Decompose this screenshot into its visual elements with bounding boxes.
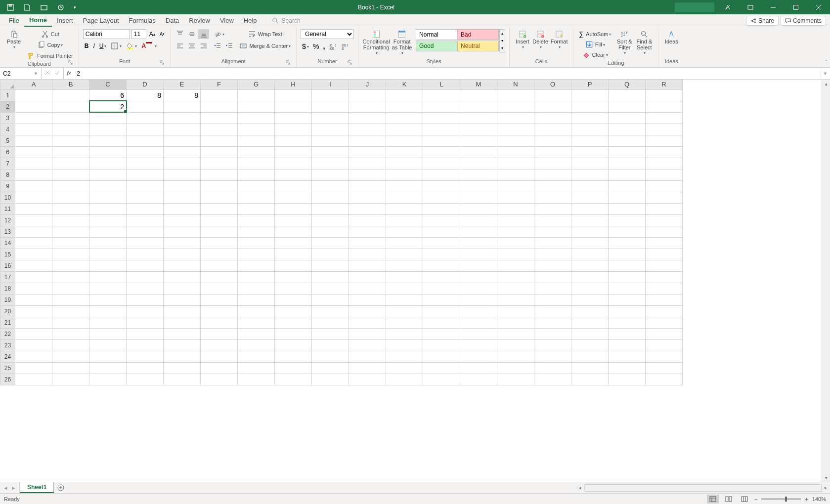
cell[interactable]	[275, 294, 312, 305]
cell[interactable]	[534, 112, 571, 124]
cell[interactable]	[386, 237, 423, 249]
cell[interactable]	[275, 89, 312, 101]
row-header[interactable]: 26	[0, 374, 15, 385]
cell[interactable]	[349, 226, 386, 237]
cell[interactable]	[238, 374, 275, 385]
cell[interactable]	[201, 328, 238, 339]
cell[interactable]	[164, 214, 201, 226]
insert-cells-button[interactable]: Insert▾	[514, 29, 531, 50]
cell[interactable]	[609, 158, 646, 169]
cell[interactable]	[386, 260, 423, 271]
ideas-button[interactable]: Ideas	[662, 29, 680, 45]
cell[interactable]	[164, 328, 201, 339]
cell[interactable]	[312, 203, 349, 214]
cell[interactable]	[312, 271, 349, 283]
cell[interactable]	[164, 339, 201, 351]
cell[interactable]	[312, 146, 349, 158]
cell[interactable]	[201, 146, 238, 158]
border-button[interactable]: ▾	[109, 41, 123, 51]
tab-view[interactable]: View	[215, 14, 239, 27]
cell[interactable]	[534, 260, 571, 271]
cell[interactable]	[534, 135, 571, 146]
cell[interactable]	[349, 124, 386, 135]
cell[interactable]	[571, 351, 609, 362]
cell[interactable]	[571, 362, 609, 374]
cell[interactable]	[275, 249, 312, 260]
cell[interactable]	[571, 89, 609, 101]
cell[interactable]	[497, 271, 534, 283]
cell[interactable]	[460, 317, 497, 328]
cell[interactable]	[571, 283, 609, 294]
cell[interactable]	[386, 112, 423, 124]
cell[interactable]	[164, 112, 201, 124]
cell[interactable]	[15, 89, 52, 101]
italic-button[interactable]: I	[91, 42, 96, 50]
fill-button[interactable]: Fill▾	[577, 40, 612, 49]
cell[interactable]	[89, 112, 127, 124]
font-size-input[interactable]	[131, 29, 146, 39]
cell[interactable]	[164, 283, 201, 294]
cell[interactable]	[164, 180, 201, 192]
cell[interactable]	[646, 203, 683, 214]
cell[interactable]	[164, 146, 201, 158]
row-header[interactable]: 8	[0, 169, 15, 180]
cell[interactable]	[89, 271, 127, 283]
new-sheet-button[interactable]	[54, 482, 68, 493]
cell[interactable]	[349, 362, 386, 374]
cell[interactable]	[312, 260, 349, 271]
cell[interactable]	[534, 271, 571, 283]
comments-button[interactable]: Comments	[781, 16, 826, 26]
row-header[interactable]: 22	[0, 328, 15, 339]
cell[interactable]	[201, 374, 238, 385]
cell[interactable]	[52, 203, 89, 214]
cell[interactable]	[127, 328, 164, 339]
cell[interactable]	[460, 192, 497, 203]
cell[interactable]	[534, 169, 571, 180]
increase-decimal-icon[interactable]: .0.00	[328, 41, 339, 52]
align-left-icon[interactable]	[175, 41, 185, 51]
cell[interactable]	[460, 283, 497, 294]
cell[interactable]	[52, 339, 89, 351]
cell[interactable]	[646, 328, 683, 339]
cell[interactable]	[571, 146, 609, 158]
cell[interactable]	[164, 158, 201, 169]
column-header[interactable]: R	[646, 80, 683, 89]
cell[interactable]	[571, 237, 609, 249]
cell[interactable]	[201, 283, 238, 294]
cell[interactable]	[15, 124, 52, 135]
accounting-format-icon[interactable]: $▾	[301, 41, 310, 52]
cell[interactable]	[238, 124, 275, 135]
cell[interactable]	[127, 305, 164, 317]
cell[interactable]	[349, 305, 386, 317]
cell[interactable]	[275, 226, 312, 237]
column-header[interactable]: M	[460, 80, 497, 89]
cell[interactable]	[52, 351, 89, 362]
ribbon-display-icon[interactable]	[739, 0, 762, 14]
cell[interactable]	[423, 294, 460, 305]
cell[interactable]	[423, 328, 460, 339]
cell[interactable]	[571, 249, 609, 260]
row-header[interactable]: 25	[0, 362, 15, 374]
cell[interactable]	[275, 339, 312, 351]
tab-insert[interactable]: Insert	[52, 14, 78, 27]
cell[interactable]	[89, 237, 127, 249]
cell[interactable]	[460, 124, 497, 135]
cell[interactable]	[312, 158, 349, 169]
cell[interactable]	[460, 362, 497, 374]
cell[interactable]	[609, 203, 646, 214]
cell[interactable]	[312, 317, 349, 328]
cell[interactable]	[386, 271, 423, 283]
cell[interactable]	[386, 192, 423, 203]
cell[interactable]	[127, 294, 164, 305]
column-header[interactable]: O	[534, 80, 571, 89]
cell[interactable]	[312, 283, 349, 294]
cell[interactable]	[275, 192, 312, 203]
cell[interactable]	[127, 146, 164, 158]
cell[interactable]	[15, 214, 52, 226]
decrease-font-icon[interactable]: A▾	[158, 31, 167, 38]
cell[interactable]	[609, 283, 646, 294]
column-header[interactable]: A	[15, 80, 52, 89]
row-header[interactable]: 24	[0, 351, 15, 362]
styles-up-icon[interactable]: ▴	[500, 30, 505, 37]
cell[interactable]	[201, 362, 238, 374]
